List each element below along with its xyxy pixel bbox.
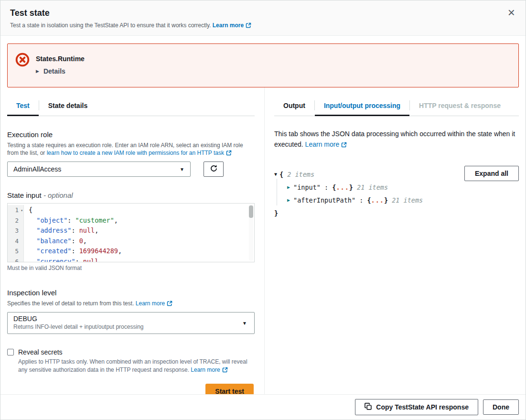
error-icon bbox=[15, 53, 30, 78]
right-tab-bar: Output Input/output processing HTTP requ… bbox=[274, 99, 519, 116]
done-button[interactable]: Done bbox=[483, 399, 519, 415]
code-text: "created": 1699644289, bbox=[24, 246, 122, 257]
expand-caret-icon[interactable]: ▶ bbox=[287, 184, 290, 190]
inspection-level-description: Specifies the level of detail to return … bbox=[7, 300, 254, 308]
inspection-level-description-text: Specifies the level of detail to return … bbox=[7, 300, 136, 307]
tree-close-row: } bbox=[274, 206, 519, 219]
copy-teststate-api-response-button[interactable]: Copy TestState API response bbox=[355, 399, 478, 415]
line-number: 4 bbox=[8, 236, 24, 247]
scrollbar-thumb[interactable] bbox=[249, 205, 253, 218]
modal-body: Test State details Execution role Testin… bbox=[0, 87, 526, 395]
refresh-icon bbox=[210, 164, 218, 174]
execution-role-selected-value: AdminAllAccess bbox=[13, 165, 61, 173]
editor-scrollbar[interactable] bbox=[249, 205, 253, 261]
execution-role-select[interactable]: AdminAllAccess ▼ bbox=[7, 162, 191, 177]
external-link-icon bbox=[222, 367, 228, 375]
state-input-editor[interactable]: 1▾ { 2 "object": "customer", 3 "address"… bbox=[7, 203, 255, 262]
modal-description: Test a state in isolation using the Test… bbox=[10, 22, 516, 30]
test-panel: Test State details Execution role Testin… bbox=[0, 87, 265, 395]
error-banner-content: States.Runtime ▶ Details bbox=[36, 53, 85, 78]
modal-description-text: Test a state in isolation using the Test… bbox=[10, 22, 211, 29]
line-number: 1▾ bbox=[8, 205, 24, 215]
tab-input-output-processing[interactable]: Input/output processing bbox=[315, 99, 409, 116]
state-input-label-text: State input bbox=[7, 191, 42, 199]
editor-line: 6 "currency": null bbox=[8, 257, 254, 263]
code-text: { bbox=[24, 205, 32, 215]
editor-line: 5 "created": 1699644289, bbox=[8, 246, 254, 257]
editor-line: 1▾ { bbox=[8, 205, 254, 215]
modal-title: Test state bbox=[10, 8, 516, 18]
json-tree-view: Expand all ▼ { 2 items ▶ "input" : {...}… bbox=[274, 168, 519, 219]
code-text: "currency": null bbox=[24, 257, 98, 263]
node-colon: : bbox=[321, 183, 332, 191]
reveal-secrets-row: Reveal secrets bbox=[7, 348, 255, 356]
done-button-label: Done bbox=[493, 403, 509, 411]
external-link-icon bbox=[167, 301, 172, 308]
copy-icon bbox=[365, 403, 372, 411]
error-banner: States.Runtime ▶ Details bbox=[7, 43, 519, 87]
execution-role-row: AdminAllAccess ▼ bbox=[7, 162, 255, 177]
tree-guideline bbox=[277, 179, 277, 205]
root-open-brace: { bbox=[279, 171, 283, 178]
state-input-optional-text: - optional bbox=[43, 191, 73, 199]
inspection-level-value: DEBUG bbox=[13, 315, 238, 323]
editor-line: 2 "object": "customer", bbox=[8, 215, 254, 226]
node-key: "afterInputPath" bbox=[293, 196, 355, 204]
expand-caret-icon[interactable]: ▶ bbox=[287, 197, 290, 203]
json-validation-hint: Must be in valid JSON format bbox=[7, 265, 255, 271]
external-link-icon bbox=[226, 150, 232, 158]
results-panel: Output Input/output processing HTTP requ… bbox=[265, 87, 526, 395]
root-item-count: 2 items bbox=[287, 171, 314, 178]
expand-all-button[interactable]: Expand all bbox=[464, 166, 519, 181]
node-item-count: 21 items bbox=[392, 196, 423, 204]
left-tab-bar: Test State details bbox=[7, 99, 255, 116]
processing-learn-more-link[interactable]: Learn more bbox=[305, 140, 340, 148]
tab-http-request-response: HTTP request & response bbox=[410, 99, 510, 116]
expand-caret-icon: ▶ bbox=[36, 69, 39, 74]
tab-test[interactable]: Test bbox=[7, 99, 39, 116]
modal-header: Test state Test a state in isolation usi… bbox=[0, 0, 526, 36]
chevron-down-icon: ▼ bbox=[242, 321, 247, 326]
tab-description: This tab shows the JSON data processing … bbox=[274, 129, 519, 151]
tree-node-after-input-path: ▶ "afterInputPath" : {...} 21 items bbox=[274, 194, 519, 206]
external-link-icon bbox=[341, 140, 347, 151]
close-icon: × bbox=[508, 5, 515, 20]
node-key: "input" bbox=[293, 183, 321, 191]
error-title: States.Runtime bbox=[36, 53, 85, 63]
reveal-secrets-learn-more-link[interactable]: Learn more bbox=[191, 366, 220, 373]
code-text: "object": "customer", bbox=[24, 215, 118, 226]
modal-footer: Copy TestState API response Done bbox=[0, 394, 526, 420]
code-text: "balance": 0, bbox=[24, 236, 87, 247]
reveal-secrets-description: Applies to HTTP tasks only. When combine… bbox=[18, 358, 250, 375]
tree-node-input: ▶ "input" : {...} 21 items bbox=[274, 181, 519, 194]
header-learn-more-link[interactable]: Learn more bbox=[213, 22, 244, 29]
refresh-roles-button[interactable] bbox=[204, 162, 224, 177]
execution-role-description: Testing a state requires an execution ro… bbox=[7, 141, 254, 158]
collapse-caret-icon[interactable]: ▼ bbox=[274, 172, 277, 177]
error-details-label: Details bbox=[43, 67, 65, 75]
line-number: 3 bbox=[8, 226, 24, 236]
inspection-level-value-description: Returns INFO-level detail + input/output… bbox=[13, 323, 238, 330]
code-text: "address": null, bbox=[24, 226, 98, 236]
node-colon: : bbox=[355, 196, 367, 204]
create-iam-role-link[interactable]: learn how to create a new IAM role with … bbox=[47, 150, 224, 156]
reveal-secrets-label: Reveal secrets bbox=[18, 348, 63, 356]
close-modal-button[interactable]: × bbox=[504, 4, 519, 21]
editor-line: 4 "balance": 0, bbox=[8, 236, 254, 247]
line-number: 2 bbox=[8, 215, 24, 226]
error-details-expander[interactable]: ▶ Details bbox=[36, 67, 85, 75]
copy-button-label: Copy TestState API response bbox=[376, 403, 469, 411]
node-item-count: 21 items bbox=[357, 183, 388, 191]
reveal-secrets-checkbox[interactable] bbox=[7, 349, 14, 355]
inspection-learn-more-link[interactable]: Learn more bbox=[136, 300, 165, 307]
fold-caret-icon[interactable]: ▾ bbox=[21, 205, 23, 216]
state-input-label: State input - optional bbox=[7, 191, 255, 199]
tab-output[interactable]: Output bbox=[274, 99, 314, 116]
tab-state-details[interactable]: State details bbox=[39, 99, 97, 116]
line-number: 5 bbox=[8, 246, 24, 257]
node-summary: {...} bbox=[332, 183, 353, 191]
inspection-level-select[interactable]: DEBUG Returns INFO-level detail + input/… bbox=[7, 312, 255, 334]
root-close-brace: } bbox=[274, 209, 278, 217]
line-number: 6 bbox=[8, 257, 24, 263]
test-state-modal: { "header": { "title": "Test state", "de… bbox=[0, 0, 526, 420]
